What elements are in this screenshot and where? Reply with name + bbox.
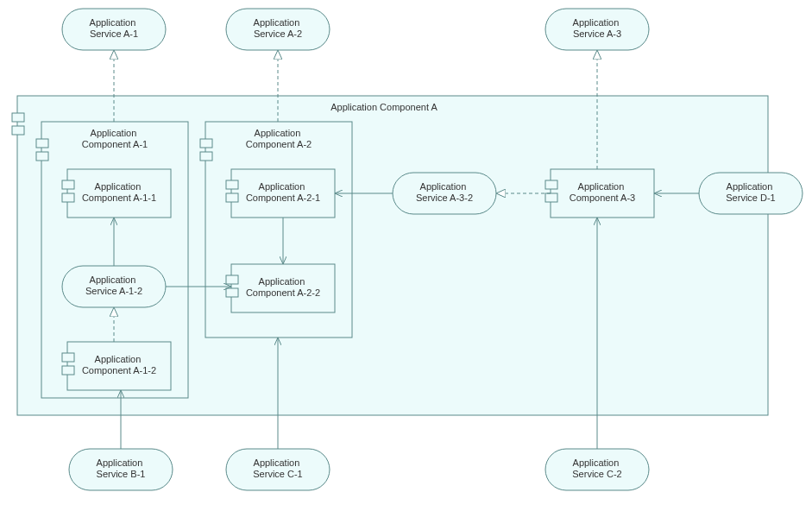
svg-rect-5 (36, 152, 48, 161)
svg-rect-20 (226, 275, 238, 284)
svg-rect-14 (200, 139, 212, 148)
architecture-diagram: Application Component A Application Comp… (0, 0, 812, 530)
comp-a-label: Application Component A (330, 102, 437, 112)
application-service-a1: Application Service A-1 (62, 9, 166, 50)
application-service-d1: Application Service D-1 (699, 173, 803, 214)
svg-rect-11 (62, 353, 74, 362)
svg-rect-2 (12, 126, 24, 135)
svc-d1-label: Application Service D-1 (726, 181, 775, 203)
application-service-a3: Application Service A-3 (545, 9, 649, 50)
application-component-a22: Application Component A-2-2 (226, 264, 335, 312)
svg-rect-8 (62, 193, 74, 202)
svg-rect-15 (200, 152, 212, 161)
svg-rect-12 (62, 366, 74, 375)
application-service-c1: Application Service C-1 (226, 449, 330, 490)
application-component-a3: Application Component A-3 (545, 169, 654, 218)
svc-a12-label: Application Service A-1-2 (85, 274, 142, 296)
svg-rect-21 (226, 288, 238, 297)
svg-rect-17 (226, 180, 238, 189)
svc-a2-label: Application Service A-2 (254, 17, 303, 39)
svc-c1-label: Application Service C-1 (253, 457, 302, 479)
application-component-a11: Application Component A-1-1 (62, 169, 171, 218)
application-service-c2: Application Service C-2 (545, 449, 649, 490)
svg-rect-1 (12, 113, 24, 122)
svc-c2-label: Application Service C-2 (572, 457, 621, 479)
svc-b1-label: Application Service B-1 (97, 457, 146, 479)
svg-rect-25 (545, 193, 557, 202)
comp-a2-label: Application Component A-2 (246, 128, 312, 149)
comp-a3-label: Application Component A-3 (570, 181, 635, 203)
application-service-b1: Application Service B-1 (69, 449, 173, 490)
svg-rect-24 (545, 180, 557, 189)
application-service-a12: Application Service A-1-2 (62, 266, 166, 307)
comp-a1-label: Application Component A-1 (82, 128, 148, 149)
application-service-a32: Application Service A-3-2 (393, 173, 496, 214)
application-component-a1b: Application Component A-1-2 (62, 342, 171, 390)
svg-rect-4 (36, 139, 48, 148)
svc-a3-label: Application Service A-3 (573, 17, 622, 39)
svc-a1-label: Application Service A-1 (90, 17, 139, 39)
application-service-a2: Application Service A-2 (226, 9, 330, 50)
svc-a32-label: Application Service A-3-2 (416, 181, 473, 203)
svg-rect-7 (62, 180, 74, 189)
svg-rect-18 (226, 193, 238, 202)
application-component-a21: Application Component A-2-1 (226, 169, 335, 218)
